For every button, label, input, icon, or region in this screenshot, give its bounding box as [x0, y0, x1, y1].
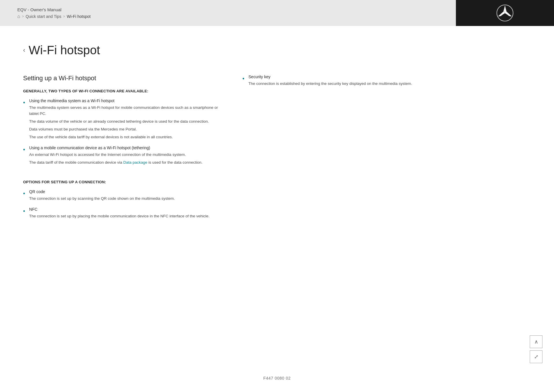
subsection2-heading: OPTIONS FOR SETTING UP A CONNECTION:	[23, 180, 219, 184]
security-options-list: • Security key The connection is establi…	[242, 74, 439, 89]
home-icon[interactable]: ⌂	[17, 14, 20, 19]
breadcrumb: ⌂ > Quick start and Tips > Wi-Fi hotspot	[17, 14, 91, 19]
item-desc: The use of the vehicle data tariff by ex…	[29, 134, 219, 140]
page-title: Wi-Fi hotspot	[29, 43, 100, 57]
item-desc: The connection is set up by scanning the…	[29, 196, 219, 202]
bullet-icon: •	[23, 145, 25, 167]
list-item: • Using the multimedia system as a Wi-Fi…	[23, 98, 219, 142]
item-desc: The multimedia system serves as a Wi-Fi …	[29, 105, 219, 117]
header-content: EQV - Owner's Manual ⌂ > Quick start and…	[17, 7, 91, 19]
item-title: Security key	[248, 74, 439, 79]
item-title: Using the multimedia system as a Wi-Fi h…	[29, 98, 219, 103]
scroll-up-button[interactable]: ∧	[530, 335, 542, 348]
manual-title: EQV - Owner's Manual	[17, 7, 91, 12]
list-item: • Security key The connection is establi…	[242, 74, 439, 89]
scroll-controls: ∧ ⤢	[530, 335, 542, 363]
footer-code: F447 0080 02	[263, 376, 291, 380]
item-desc: The connection is set up by placing the …	[29, 213, 219, 219]
item-desc: An external Wi-Fi hotspot is accessed fo…	[29, 152, 219, 158]
breadcrumb-parent[interactable]: Quick start and Tips	[26, 14, 61, 19]
bullet-icon: •	[242, 74, 244, 89]
subsection1-heading: GENERALLY, TWO TYPES OF WI-FI CONNECTION…	[23, 89, 219, 93]
item-desc: The data volume of the vehicle or an alr…	[29, 119, 219, 125]
connection-types-list: • Using the multimedia system as a Wi-Fi…	[23, 98, 219, 167]
left-column: Setting up a Wi-Fi hotspot GENERALLY, TW…	[23, 74, 219, 225]
bullet-icon: •	[23, 98, 25, 142]
list-item: • NFC The connection is set up by placin…	[23, 207, 219, 221]
bullet-icon: •	[23, 207, 25, 221]
list-item: • Using a mobile communication device as…	[23, 145, 219, 167]
page-footer: F447 0080 02	[0, 376, 554, 380]
two-column-layout: Setting up a Wi-Fi hotspot GENERALLY, TW…	[23, 74, 439, 225]
list-item: • QR code The connection is set up by sc…	[23, 189, 219, 204]
page-content: ‹ Wi-Fi hotspot Setting up a Wi-Fi hotsp…	[0, 26, 462, 253]
item-desc: The connection is established by enterin…	[248, 81, 439, 87]
page-title-row: ‹ Wi-Fi hotspot	[23, 43, 439, 57]
section-heading: Setting up a Wi-Fi hotspot	[23, 74, 219, 82]
back-chevron-icon[interactable]: ‹	[23, 46, 25, 54]
breadcrumb-separator-1: >	[22, 14, 24, 18]
breadcrumb-separator-2: >	[63, 14, 65, 18]
brand-block	[456, 0, 554, 26]
mercedes-star-icon	[496, 4, 514, 22]
item-content: Using a mobile communication device as a…	[29, 145, 219, 167]
item-content: Using the multimedia system as a Wi-Fi h…	[29, 98, 219, 142]
scroll-down-button[interactable]: ⤢	[530, 350, 542, 363]
item-content: Security key The connection is establish…	[248, 74, 439, 89]
item-desc: The data tariff of the mobile communicat…	[29, 160, 219, 166]
item-content: NFC The connection is set up by placing …	[29, 207, 219, 221]
section-divider	[23, 171, 219, 180]
item-title: NFC	[29, 207, 219, 212]
page-header: EQV - Owner's Manual ⌂ > Quick start and…	[0, 0, 554, 26]
bullet-icon: •	[23, 189, 25, 204]
item-desc: Data volumes must be purchased via the M…	[29, 126, 219, 132]
data-package-link[interactable]: Data package	[123, 160, 147, 165]
item-title: QR code	[29, 189, 219, 194]
item-content: QR code The connection is set up by scan…	[29, 189, 219, 204]
item-title: Using a mobile communication device as a…	[29, 145, 219, 150]
breadcrumb-current: Wi-Fi hotspot	[67, 14, 90, 19]
connection-options-list: • QR code The connection is set up by sc…	[23, 189, 219, 221]
right-column: • Security key The connection is establi…	[242, 74, 439, 225]
